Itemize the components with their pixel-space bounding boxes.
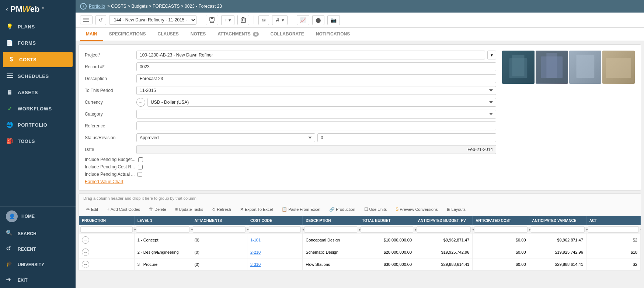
image-1 <box>502 51 535 84</box>
filter-ant-variance[interactable] <box>531 226 585 233</box>
circle-button[interactable]: ⬤ <box>312 15 324 25</box>
category-select[interactable] <box>136 110 496 119</box>
sidebar-item-home[interactable]: 👤 HOME <box>0 207 76 226</box>
export-excel-button[interactable]: ✕ Export To Excel <box>237 205 276 213</box>
currency-select[interactable]: USD - Dollar (USA) <box>147 98 496 107</box>
add-cost-codes-button[interactable]: + Add Cost Codes <box>104 205 143 213</box>
row3-cost-code[interactable]: 3-310 <box>250 262 261 267</box>
tab-clauses[interactable]: CLAUSES <box>152 28 184 41</box>
add-button[interactable]: + ▾ <box>221 15 234 25</box>
date-input[interactable] <box>136 145 496 154</box>
update-tasks-button[interactable]: ≡ Update Tasks <box>172 205 206 213</box>
logo: ‹ PMWeb ® <box>0 0 76 18</box>
sidebar-item-recent[interactable]: ↺ RECENT <box>0 241 76 257</box>
svg-rect-16 <box>512 55 524 76</box>
filter-ant-cost[interactable] <box>474 226 527 233</box>
save-button[interactable] <box>206 15 218 25</box>
status-select[interactable]: Approved <box>136 133 315 142</box>
filter-total-budget[interactable] <box>361 226 413 233</box>
row1-more-icon[interactable]: ··· <box>82 236 89 244</box>
filter-cost-code[interactable] <box>249 226 301 233</box>
details-table-container: PROJECTION LEVEL 1 ATTACHMENTS COST CODE… <box>79 216 641 271</box>
sidebar-item-plans[interactable]: 💡 PLANS <box>0 18 76 35</box>
record-tabs: MAIN SPECIFICATIONS CLAUSES NOTES ATTACH… <box>76 28 644 41</box>
refresh-button[interactable]: ↻ Refresh <box>209 205 234 213</box>
delete-detail-button[interactable]: 🗑 Delete <box>146 205 169 213</box>
production-icon: 🔗 <box>329 207 335 212</box>
sidebar-item-assets[interactable]: 🖩 ASSETS <box>0 84 76 100</box>
tab-notes[interactable]: NOTES <box>185 28 212 41</box>
row1-ant-variance: $9,962,871.47 <box>529 234 586 246</box>
project-dropdown-btn[interactable]: ▼ <box>487 51 496 59</box>
tab-specifications[interactable]: SPECIFICATIONS <box>103 28 152 41</box>
filter-act[interactable] <box>588 226 639 233</box>
breadcrumb-portfolio[interactable]: Portfolio <box>89 4 105 9</box>
row2-ant-cost: $0.00 <box>473 246 529 258</box>
sidebar-item-forms[interactable]: 📄 FORMS <box>0 35 76 51</box>
filter-level1[interactable] <box>136 226 190 233</box>
svg-rect-19 <box>546 53 557 78</box>
date-row: Date <box>85 145 496 154</box>
camera-button[interactable]: 📷 <box>327 15 340 25</box>
university-icon: 🎓 <box>6 261 14 269</box>
reference-row: Reference <box>85 121 496 130</box>
category-label: Category <box>85 112 136 117</box>
tab-main[interactable]: MAIN <box>80 28 103 41</box>
sidebar-item-search[interactable]: 🔍 SEARCH <box>0 226 76 241</box>
project-input[interactable] <box>136 51 485 59</box>
info-icon[interactable]: i <box>80 3 87 10</box>
chart-button[interactable]: 📈 <box>297 15 309 25</box>
sidebar-item-workflows[interactable]: ✓ WORKFLOWS <box>0 100 76 117</box>
filter-description[interactable] <box>304 226 357 233</box>
record-input[interactable] <box>136 62 496 71</box>
row1-cost-code[interactable]: 1-101 <box>250 238 261 242</box>
undo-button[interactable]: ↺ <box>95 15 106 25</box>
tools-icon: 🎒 <box>6 137 14 145</box>
col-level1: LEVEL 1 <box>134 216 191 225</box>
layouts-button[interactable]: ⊞ Layouts <box>444 205 469 213</box>
currency-more-icon[interactable]: ··· <box>136 98 145 107</box>
sidebar-item-portfolio[interactable]: 🌐 PORTFOLIO <box>0 117 76 133</box>
sidebar-item-university[interactable]: 🎓 UNIVERSITY <box>0 257 76 272</box>
pending-cost-checkbox[interactable] <box>138 165 143 169</box>
row2-more-icon[interactable]: ··· <box>82 248 89 256</box>
row1-description: Conceptual Design <box>303 234 359 246</box>
tab-attachments[interactable]: ATTACHMENTS 4 <box>212 28 264 41</box>
preview-conversions-button[interactable]: S Preview Conversions <box>393 205 441 213</box>
details-toolbar: ✏ Edit + Add Cost Codes 🗑 Delete ≡ Updat… <box>79 203 641 216</box>
row3-more-icon[interactable]: ··· <box>82 261 89 268</box>
paste-excel-button[interactable]: 📋 Paste From Excel <box>279 205 323 213</box>
list-button[interactable] <box>80 16 93 24</box>
pending-actual-checkbox[interactable] <box>137 172 142 177</box>
filter-ant-budget[interactable] <box>417 226 471 233</box>
filter-attachments[interactable] <box>193 226 246 233</box>
print-button[interactable]: 🖨 ▾ <box>272 15 288 25</box>
filter-projection[interactable] <box>80 226 133 233</box>
category-row: Category <box>85 110 496 119</box>
description-input[interactable] <box>136 74 496 83</box>
breadcrumb-path: > COSTS > Budgets > FORECASTS > 0023 - F… <box>107 4 222 9</box>
revision-input[interactable] <box>317 133 496 142</box>
record-label: Record #* <box>85 64 136 69</box>
email-button[interactable]: ✉ <box>258 15 269 25</box>
tab-notifications[interactable]: NOTIFICATIONS <box>310 28 356 41</box>
earned-value-link[interactable]: Earned Value Chart <box>85 179 496 184</box>
row3-level1: 3 - Procure <box>134 258 191 271</box>
reference-input[interactable] <box>136 121 496 130</box>
sidebar-item-schedules[interactable]: SCHEDULES <box>0 68 76 84</box>
period-select[interactable]: 11-2015 <box>136 86 496 95</box>
sidebar-item-exit[interactable]: ➜ EXIT <box>0 272 76 288</box>
tab-collaborate[interactable]: COLLABORATE <box>265 28 310 41</box>
pending-cost-row: Include Pending Cost R... <box>85 164 496 169</box>
production-button[interactable]: 🔗 Production <box>326 205 358 213</box>
delete-button[interactable] <box>237 15 249 25</box>
sidebar-item-costs[interactable]: $ COSTS <box>3 52 73 67</box>
sidebar-item-tools[interactable]: 🎒 TOOLS <box>0 133 76 149</box>
row2-cost-code[interactable]: 2-210 <box>250 250 261 254</box>
pending-budget-checkbox[interactable] <box>138 157 143 162</box>
record-selector[interactable]: 144 - New Dawn Refinery - 11-2015 - <box>109 15 196 25</box>
edit-button[interactable]: ✏ Edit <box>83 205 101 213</box>
col-act: ACT <box>586 216 640 225</box>
recent-icon: ↺ <box>6 245 14 253</box>
use-units-button[interactable]: ☐ Use Units <box>361 205 390 213</box>
